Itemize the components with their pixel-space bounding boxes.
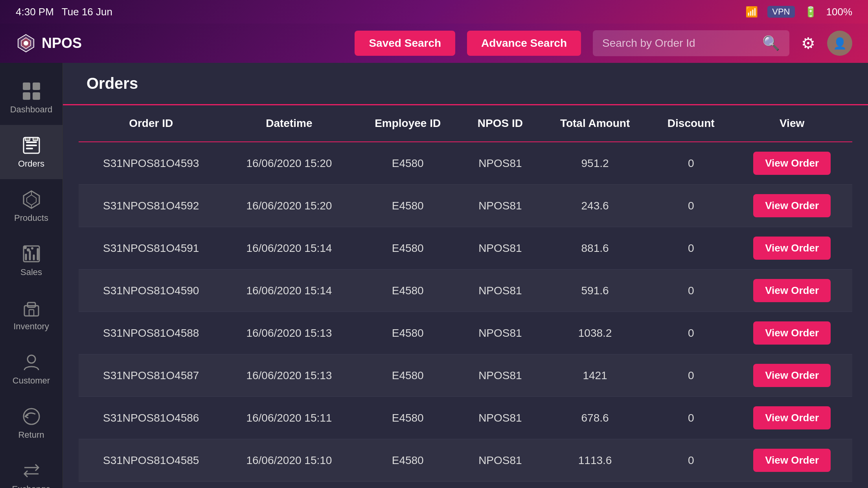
sidebar-item-exchange[interactable]: Exchange <box>0 450 63 488</box>
sidebar-item-sales[interactable]: Sales <box>0 233 63 288</box>
svg-point-22 <box>24 246 27 249</box>
sidebar-item-inventory[interactable]: Inventory <box>0 288 63 342</box>
exchange-label: Exchange <box>12 484 51 488</box>
settings-button[interactable]: ⚙ <box>801 34 815 52</box>
cell-npos-id: NPOS81 <box>461 439 540 482</box>
cell-datetime: 16/06/2020 15:14 <box>223 227 355 270</box>
status-bar: 4:30 PM Tue 16 Jun 📶 VPN 🔋 100% <box>0 0 868 24</box>
cell-npos-id: NPOS81 <box>461 354 540 397</box>
col-discount: Discount <box>650 105 732 142</box>
table-row: S31NPOS81O4588 16/06/2020 15:13 E4580 NP… <box>79 312 852 354</box>
sidebar-item-dashboard[interactable]: Dashboard <box>0 71 63 125</box>
logo-icon <box>16 33 36 53</box>
avatar[interactable]: 👤 <box>827 31 852 56</box>
status-time: 4:30 PM <box>16 6 54 18</box>
view-order-button[interactable]: View Order <box>753 194 831 217</box>
view-order-button[interactable]: View Order <box>753 237 831 260</box>
svg-rect-27 <box>29 310 34 316</box>
table-row: S31NPOS81O4591 16/06/2020 15:14 E4580 NP… <box>79 227 852 270</box>
sidebar-item-products[interactable]: Products <box>0 179 63 233</box>
cell-datetime: 16/06/2020 15:20 <box>223 185 355 227</box>
svg-rect-11 <box>25 138 30 141</box>
table-header: Order ID Datetime Employee ID NPOS ID To… <box>79 105 852 142</box>
content-area: Orders Order ID Datetime Employee ID NPO… <box>63 63 868 488</box>
sidebar: Dashboard Orders Products <box>0 63 63 488</box>
navbar: NPOS Saved Search Advance Search 🔍 ⚙ 👤 <box>0 24 868 63</box>
avatar-photo: 👤 <box>833 37 847 50</box>
table-row: S31NPOS81O4593 16/06/2020 15:20 E4580 NP… <box>79 142 852 185</box>
cell-total-amount: 243.6 <box>540 185 650 227</box>
svg-rect-12 <box>33 138 38 141</box>
exchange-icon <box>21 460 42 481</box>
svg-point-2 <box>24 41 28 46</box>
view-order-button[interactable]: View Order <box>753 406 831 429</box>
cell-discount: 0 <box>650 354 732 397</box>
col-npos-id: NPOS ID <box>461 105 540 142</box>
cell-total-amount: 1038.2 <box>540 312 650 354</box>
cell-order-id: S31NPOS81O4586 <box>79 397 223 439</box>
cell-datetime: 16/06/2020 15:10 <box>223 439 355 482</box>
cell-employee-id: E4580 <box>355 397 460 439</box>
cell-view: View Order <box>732 142 852 185</box>
return-label: Return <box>18 430 44 440</box>
table-row: S31NPOS81O4590 16/06/2020 15:14 E4580 NP… <box>79 270 852 312</box>
logo-text: NPOS <box>42 35 82 51</box>
svg-rect-5 <box>23 92 30 100</box>
cell-datetime: 16/06/2020 15:11 <box>223 397 355 439</box>
sidebar-item-return[interactable]: Return <box>0 396 63 450</box>
cell-view: View Order <box>732 312 852 354</box>
cell-datetime: 16/06/2020 15:20 <box>223 142 355 185</box>
cell-npos-id: NPOS81 <box>461 270 540 312</box>
cell-discount: 0 <box>650 439 732 482</box>
cell-discount: 0 <box>650 185 732 227</box>
cell-total-amount: 951.2 <box>540 142 650 185</box>
view-order-button[interactable]: View Order <box>753 364 831 387</box>
cell-npos-id: NPOS81 <box>461 227 540 270</box>
cell-employee-id: E4580 <box>355 439 460 482</box>
cell-npos-id: NPOS81 <box>461 142 540 185</box>
cell-employee-id: E4580 <box>355 142 460 185</box>
cell-view: View Order <box>732 397 852 439</box>
cell-order-id: S31NPOS81O4585 <box>79 439 223 482</box>
sidebar-item-customer[interactable]: Customer <box>0 342 63 396</box>
inventory-label: Inventory <box>13 321 49 332</box>
content-header: Orders <box>63 63 868 105</box>
view-order-button[interactable]: View Order <box>753 152 831 175</box>
cell-employee-id: E4580 <box>355 270 460 312</box>
sidebar-item-orders[interactable]: Orders <box>0 125 63 179</box>
view-order-button[interactable]: View Order <box>753 279 831 302</box>
table-row: S31NPOS81O4587 16/06/2020 15:13 E4580 NP… <box>79 354 852 397</box>
products-icon <box>21 189 42 210</box>
saved-search-button[interactable]: Saved Search <box>355 31 455 56</box>
svg-rect-9 <box>26 145 37 146</box>
svg-rect-3 <box>23 83 30 90</box>
battery-level: 100% <box>826 6 853 18</box>
svg-rect-4 <box>33 83 40 90</box>
svg-rect-26 <box>28 303 35 307</box>
table-body: S31NPOS81O4593 16/06/2020 15:20 E4580 NP… <box>79 142 852 482</box>
return-icon <box>21 406 42 427</box>
wifi-icon: 📶 <box>745 6 758 18</box>
cell-view: View Order <box>732 270 852 312</box>
cell-order-id: S31NPOS81O4591 <box>79 227 223 270</box>
cell-discount: 0 <box>650 397 732 439</box>
sales-label: Sales <box>20 267 42 277</box>
view-order-button[interactable]: View Order <box>753 321 831 345</box>
svg-rect-10 <box>26 148 33 149</box>
cell-discount: 0 <box>650 142 732 185</box>
cell-view: View Order <box>732 227 852 270</box>
col-datetime: Datetime <box>223 105 355 142</box>
cell-discount: 0 <box>650 312 732 354</box>
advance-search-button[interactable]: Advance Search <box>467 31 581 56</box>
logo-area: NPOS <box>16 33 86 53</box>
search-icon-button[interactable]: 🔍 <box>762 35 780 51</box>
view-order-button[interactable]: View Order <box>753 449 831 472</box>
inventory-icon <box>21 298 42 318</box>
cell-total-amount: 881.6 <box>540 227 650 270</box>
cell-total-amount: 1113.6 <box>540 439 650 482</box>
cell-npos-id: NPOS81 <box>461 312 540 354</box>
order-search-input[interactable] <box>602 37 756 50</box>
cell-datetime: 16/06/2020 15:14 <box>223 270 355 312</box>
sales-icon <box>21 244 42 264</box>
vpn-label: VPN <box>767 6 794 18</box>
